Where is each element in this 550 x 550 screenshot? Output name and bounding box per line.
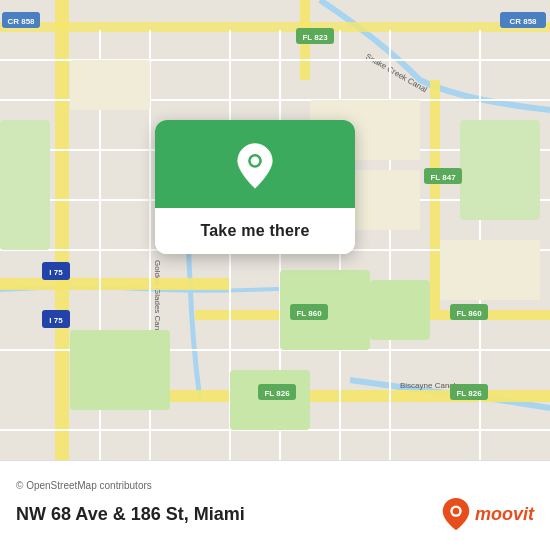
svg-text:I 75: I 75 <box>49 316 63 325</box>
svg-rect-4 <box>55 0 69 460</box>
svg-text:CR 858: CR 858 <box>7 17 35 26</box>
map-attribution: © OpenStreetMap contributors <box>16 480 534 491</box>
svg-rect-5 <box>0 278 230 290</box>
svg-rect-28 <box>460 120 540 220</box>
svg-text:FL 826: FL 826 <box>264 389 290 398</box>
location-row: NW 68 Ave & 186 St, Miami moovit <box>16 497 534 531</box>
card-green-section <box>155 120 355 208</box>
svg-rect-8 <box>430 80 440 310</box>
svg-text:FL 860: FL 860 <box>456 309 482 318</box>
take-me-there-button[interactable]: Take me there <box>200 222 309 240</box>
svg-point-58 <box>453 508 460 515</box>
svg-rect-30 <box>70 330 170 410</box>
moovit-logo: moovit <box>441 497 534 531</box>
svg-text:FL 847: FL 847 <box>430 173 456 182</box>
svg-text:Biscayne Canal: Biscayne Canal <box>400 381 456 390</box>
card-button-area[interactable]: Take me there <box>155 208 355 254</box>
bottom-bar: © OpenStreetMap contributors NW 68 Ave &… <box>0 460 550 550</box>
svg-text:I 75: I 75 <box>49 268 63 277</box>
location-label: NW 68 Ave & 186 St, Miami <box>16 504 245 525</box>
svg-text:FL 860: FL 860 <box>296 309 322 318</box>
svg-text:Golden Glades Canal: Golden Glades Canal <box>153 260 162 337</box>
map-container: Snake Creek Canal Biscayne Canal Golden … <box>0 0 550 460</box>
svg-text:FL 823: FL 823 <box>302 33 328 42</box>
moovit-pin-icon <box>441 497 471 531</box>
svg-rect-34 <box>70 60 150 110</box>
location-pin-icon <box>231 142 279 190</box>
svg-rect-29 <box>0 120 50 250</box>
svg-text:FL 826: FL 826 <box>456 389 482 398</box>
svg-rect-33 <box>440 240 540 300</box>
svg-point-56 <box>251 157 260 166</box>
svg-text:CR 858: CR 858 <box>509 17 537 26</box>
moovit-brand-label: moovit <box>475 504 534 525</box>
svg-rect-10 <box>0 22 550 32</box>
svg-rect-26 <box>370 280 430 340</box>
card-overlay: Take me there <box>155 120 355 254</box>
